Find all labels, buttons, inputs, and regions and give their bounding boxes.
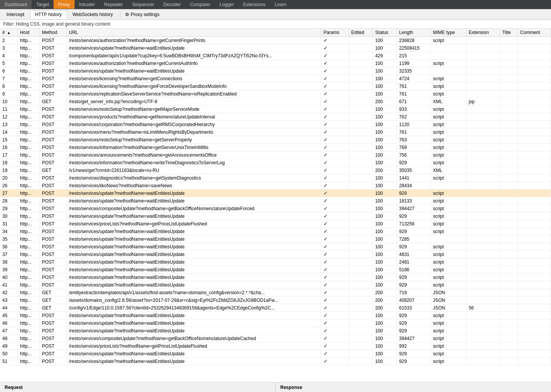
cell-url: /resto/services/information?methodName=w… [67,159,321,167]
cell-params: ✓ [321,113,349,121]
table-row[interactable]: 10http...GET/resto/get_server_info.jsp?e… [0,98,551,105]
table-row[interactable]: 8http...POST/resto/services/licensing?me… [0,83,551,90]
table-row[interactable]: 7http...POST/resto/services/licensing?me… [0,75,551,83]
table-row[interactable]: 39http...POST/resto/services/update?meth… [0,266,551,274]
table-row[interactable]: 30http...POST/resto/services/update?meth… [0,212,551,220]
table-row[interactable]: 45http...POST/resto/services/update?meth… [0,312,551,319]
nav-item-logger[interactable]: Logger [215,0,238,9]
nav-item-dashboard[interactable]: Dashboard [0,0,32,9]
cell-method: GET [39,304,67,312]
col-header-mime[interactable]: MIME type [431,29,466,37]
table-row[interactable]: 27http...POST/resto/services/update?meth… [0,190,551,197]
tab-http-history[interactable]: HTTP history [30,10,67,19]
table-row[interactable]: 2http...POST/resto/services/authorizatio… [0,37,551,44]
cell-params: ✓ [321,358,349,365]
table-row[interactable]: 15http...POST/resto/services/restoSetup?… [0,136,551,144]
cell-method: POST [39,151,67,159]
cell-url: /resto/services/update?methodName=waitEn… [67,235,321,243]
table-row[interactable]: 51http...POST/resto/services/update?meth… [0,358,551,365]
cell-method: POST [39,235,67,243]
table-row[interactable]: 41http...POST/resto/services/update?meth… [0,281,551,289]
table-row[interactable]: 34http...POST/resto/services/update?meth… [0,228,551,235]
table-row[interactable]: 5http...POST/resto/services/authorizatio… [0,60,551,67]
table-row[interactable]: 28http...POST/resto/services/update?meth… [0,197,551,205]
col-header-title[interactable]: Title [500,29,518,37]
nav-item-decoder[interactable]: Decoder [159,0,185,9]
cell-comment [518,228,551,235]
table-row[interactable]: 26http...POST/resto/services/iikoNews?me… [0,182,551,190]
table-row[interactable]: 3http...POST/resto/services/update?metho… [0,44,551,52]
table-row[interactable]: 18http...POST/resto/services/information… [0,159,551,167]
nav-item-target[interactable]: Target [32,0,54,9]
table-row[interactable]: 11http...POST/resto/services/restoSetup?… [0,105,551,113]
nav-divider [120,11,120,18]
tab-intercept[interactable]: Intercept [2,10,29,19]
cell-length: 18133 [397,197,430,205]
table-row[interactable]: 40http...POST/resto/services/update?meth… [0,274,551,281]
col-header-host[interactable]: Host [18,29,39,37]
cell-mime: script [431,136,466,144]
table-row[interactable]: 42http...GET/entityextractiontemplates/a… [0,289,551,296]
cell-method: POST [39,182,67,190]
col-header-extension[interactable]: Extension [466,29,500,37]
col-header-length[interactable]: Length [397,29,430,37]
table-row[interactable]: 43http...GET/assets/domains_config/2.8.5… [0,296,551,304]
cell-length: 929 [397,281,430,289]
table-row[interactable]: 9http...POST/resto/services/replicationS… [0,90,551,98]
table-row[interactable]: 47http...POST/resto/services/update?meth… [0,327,551,335]
cell-num: 3 [0,44,18,52]
cell-status: 100 [373,258,397,266]
nav-item-comparer[interactable]: Comparer [185,0,215,9]
nav-item-intruder[interactable]: Intruder [75,0,99,9]
nav-item-learn[interactable]: Learn [270,0,291,9]
col-header-url[interactable]: URL [67,29,321,37]
table-row[interactable]: 17http...POST/resto/services/announcemen… [0,151,551,159]
table-row[interactable]: 31http...POST/resto/services/priceLists?… [0,220,551,228]
nav-item-extensions[interactable]: Extensions [239,0,270,9]
table-row[interactable]: 20http...POST/resto/services/diagnostics… [0,174,551,182]
col-header-method[interactable]: Method [39,29,67,37]
table-row[interactable]: 48http...POST/resto/services/compositeUp… [0,335,551,342]
cell-url: /resto/services/products?methodName=getN… [67,113,321,121]
table-row[interactable]: 16http...POST/resto/services/information… [0,144,551,151]
col-header-edited[interactable]: Edited [349,29,373,37]
table-row[interactable]: 13http...POST/resto/services/corporation… [0,121,551,128]
filter-bar[interactable]: Filter: Hiding CSS, image and general bi… [0,20,551,29]
col-header-comment[interactable]: Comment [518,29,551,37]
col-header-params[interactable]: Params [321,29,349,37]
cell-length: 761 [397,83,430,90]
table-row[interactable]: 35http...POST/resto/services/update?meth… [0,235,551,243]
table-row[interactable]: 19http...GET/v1/news/get?crmId=2261163&l… [0,167,551,174]
table-row[interactable]: 4http...POST/componentupdater/api/v1/upd… [0,52,551,60]
table-row[interactable]: 14http...POST/resto/services/menu?method… [0,128,551,136]
table-row[interactable]: 38http...POST/resto/services/update?meth… [0,258,551,266]
cell-length: 4831 [397,251,430,258]
cell-extension [466,83,500,90]
table-row[interactable]: 36http...POST/resto/services/update?meth… [0,243,551,251]
table-row[interactable]: 6http...POST/resto/services/update?metho… [0,67,551,75]
nav-item-sequencer[interactable]: Sequencer [128,0,159,9]
nav-item-repeater[interactable]: Repeater [99,0,127,9]
nav-item-proxy[interactable]: Proxy [54,0,75,9]
tab-websockets-history[interactable]: WebSockets history [68,10,118,19]
cell-method: POST [39,335,67,342]
cell-mime: script [431,319,466,327]
col-header-status[interactable]: Status [373,29,397,37]
proxy-settings-button[interactable]: ⚙ Proxy settings [122,10,163,19]
cell-method: POST [39,174,67,182]
cell-edited [349,212,373,220]
table-row[interactable]: 12http...POST/resto/services/products?me… [0,113,551,121]
table-row[interactable]: 50http...POST/resto/services/update?meth… [0,350,551,358]
table-row[interactable]: 49http...POST/resto/services/priceLists?… [0,342,551,350]
cell-host: http... [18,319,39,327]
cell-extension [466,67,500,75]
table-row[interactable]: 46http...POST/resto/services/update?meth… [0,319,551,327]
cell-mime: script [431,350,466,358]
table-row[interactable]: 29http...POST/resto/services/compositeUp… [0,205,551,212]
cell-title [500,296,518,304]
cell-mime: XML [431,98,466,105]
cell-method: POST [39,281,67,289]
table-row[interactable]: 44http...GET/config/v1/Edge/110.0.1587.5… [0,304,551,312]
table-row[interactable]: 37http...POST/resto/services/update?meth… [0,251,551,258]
col-header-num[interactable]: # ▲ [0,29,18,37]
